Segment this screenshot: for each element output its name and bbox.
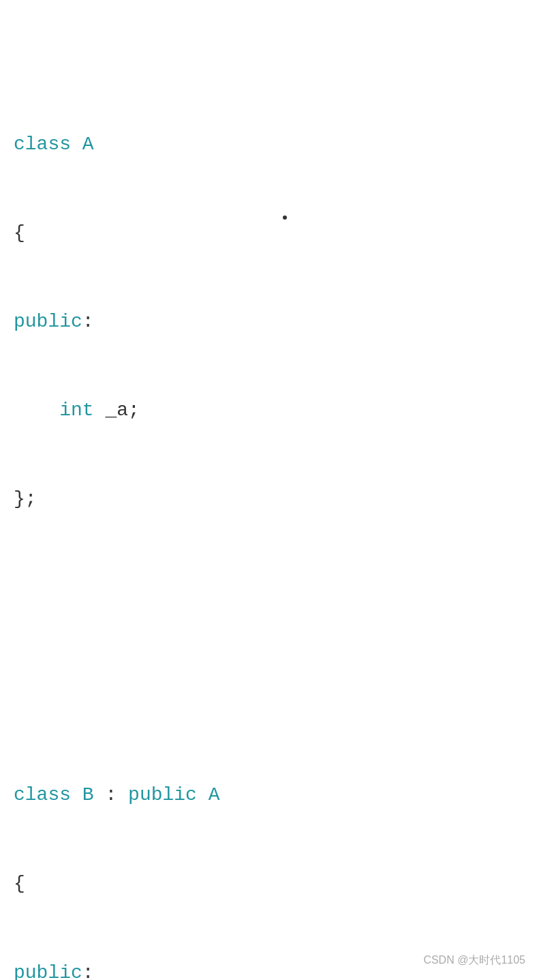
line-brace-1: {	[14, 218, 525, 248]
line-close-1: };	[14, 484, 525, 514]
line-class-b: class B : public A	[14, 780, 525, 810]
line-brace-2: {	[14, 869, 525, 898]
blank-1	[14, 603, 525, 632]
class-name-a: A	[82, 134, 94, 155]
line-int-a: int _a;	[14, 396, 525, 425]
footer-attribution: CSDN @大时代1105	[423, 952, 525, 969]
kw-class: class	[14, 134, 71, 155]
line-public-1: public:	[14, 307, 525, 336]
dot-indicator	[283, 216, 287, 220]
line-class-a: class A	[14, 130, 525, 159]
footer-text: CSDN @大时代1105	[423, 954, 525, 966]
code-block: class A { public: int _a; }; class B : p…	[14, 11, 525, 980]
